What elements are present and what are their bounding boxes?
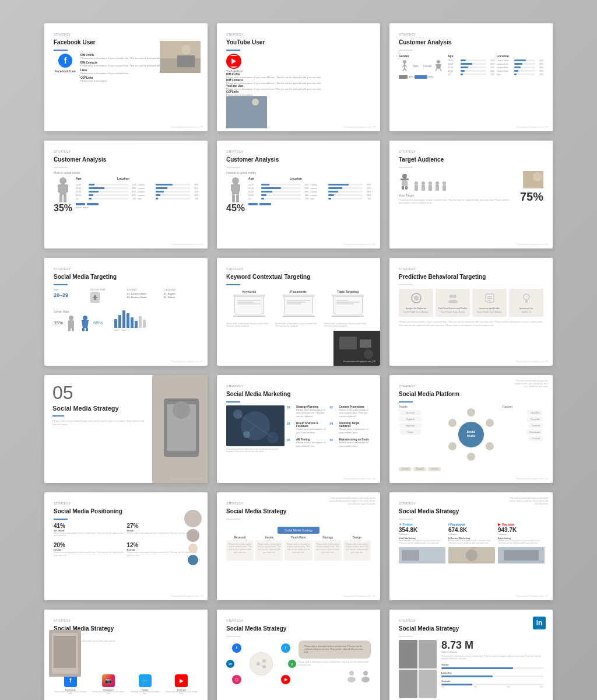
slide-title: Social Media Platform bbox=[399, 390, 543, 398]
big-stat-label: Data Collection bbox=[441, 650, 543, 653]
col-income: Income level bbox=[90, 288, 125, 291]
content-label: Content bbox=[503, 405, 543, 408]
twitter-label: ✦ Twitter bbox=[399, 523, 445, 526]
tag-bottom-3: Content bbox=[428, 467, 441, 471]
marketing-intro: Find out most beautiful things in the wo… bbox=[226, 448, 285, 454]
youtube-ring-icon bbox=[226, 54, 241, 69]
chapter-number: 05 bbox=[52, 383, 146, 402]
slide-number: PresentationTemplates.net | 08 bbox=[343, 360, 375, 363]
svg-rect-52 bbox=[72, 328, 74, 331]
topic-label: Topic Targeting bbox=[325, 290, 371, 293]
female-figure bbox=[434, 60, 443, 71]
svg-rect-58 bbox=[339, 337, 357, 349]
svg-rect-56 bbox=[86, 328, 88, 331]
svg-point-6 bbox=[252, 99, 259, 106]
facebook-label: Facebook User bbox=[55, 69, 76, 73]
female-percentage: 45% bbox=[226, 203, 245, 214]
svg-point-88 bbox=[467, 408, 475, 416]
svg-rect-101 bbox=[402, 550, 419, 561]
target-description: Please write a description of your conte… bbox=[399, 198, 520, 205]
slide-title: Social Media Marketing bbox=[226, 390, 371, 398]
speech-bubble: Please write a description of your conte… bbox=[298, 640, 371, 659]
slide-subtitle-label: Male in social media bbox=[54, 171, 198, 174]
col-location: Location bbox=[497, 54, 543, 58]
pct-label-1: 0% bbox=[441, 686, 444, 688]
flow-intro: Find out most beautiful things in this w… bbox=[329, 497, 375, 506]
creative-icon bbox=[521, 292, 532, 304]
svg-rect-39 bbox=[429, 185, 432, 191]
slide-strategy-speech: STRATEGY Social Media Strategy f t bbox=[217, 610, 380, 700]
svg-line-12 bbox=[405, 68, 406, 71]
orbit-g: g bbox=[288, 660, 296, 668]
platforms-intro: Find out most beautiful things in the wo… bbox=[507, 497, 548, 506]
slide-title: Social Media Strategy bbox=[226, 508, 371, 515]
central-social-icon bbox=[250, 652, 273, 676]
box-sub-4: Healthy Life bbox=[511, 311, 541, 313]
col-age: Age bbox=[76, 177, 115, 180]
main-target-label: Main Target bbox=[399, 194, 520, 197]
step-num-6: 06 bbox=[330, 438, 337, 447]
step-title-3: Result Analysis & Feedback bbox=[296, 422, 328, 428]
flow-col-5: Design bbox=[343, 536, 371, 539]
svg-point-109 bbox=[257, 662, 260, 666]
box-title-2: Find Your Visitors and Profile bbox=[438, 307, 468, 310]
svg-rect-37 bbox=[422, 185, 425, 191]
box-title-1: Analyze the Behavior bbox=[401, 307, 431, 310]
slide-number: PresentationTemplates.net | 11 bbox=[343, 477, 375, 480]
box-title-3: Inventory and Profile bbox=[475, 307, 504, 310]
slide-title: Target Audience bbox=[399, 156, 543, 163]
slide-strategy-platforms: Find out most beautiful things in the wo… bbox=[389, 492, 553, 600]
svg-line-15 bbox=[436, 69, 437, 71]
youtube-desc: Please write a description of your conte… bbox=[498, 540, 545, 545]
linkedin-badge: in bbox=[533, 617, 546, 629]
slide-subtitle: STRATEGY bbox=[399, 619, 543, 622]
twitter-followers-label: Followers bbox=[399, 533, 445, 536]
location-values: 01. Location Name02. Location Name bbox=[127, 292, 161, 300]
tag-broadcast: Broadcast bbox=[526, 429, 543, 435]
placements-label: Placements bbox=[276, 290, 322, 293]
step-num-1: 01 bbox=[287, 405, 294, 418]
strategy-button[interactable]: Social Media Strategy bbox=[278, 527, 320, 534]
svg-text:Social: Social bbox=[467, 430, 476, 433]
svg-rect-59 bbox=[360, 340, 371, 348]
visitors-icon bbox=[447, 292, 459, 304]
box-sub-2: Survey Results Survey Analysis bbox=[438, 311, 468, 313]
chapter-desc: Please note most beautiful things in the… bbox=[52, 419, 146, 426]
step-desc-2: Please write a description of your conte… bbox=[339, 408, 371, 418]
speech-sub: Please write a description of your conte… bbox=[298, 661, 371, 667]
ig-platform-icon: 📷 bbox=[102, 674, 115, 687]
facebook-followers: 674.8K bbox=[448, 527, 495, 533]
slide-number: PresentationTemplates.net | 14 bbox=[343, 594, 375, 597]
svg-rect-72 bbox=[525, 300, 528, 303]
tag-bottom-2: Expand bbox=[413, 467, 426, 471]
slide-title: Social Media Strategy bbox=[399, 625, 543, 632]
slide-predictive-targeting: STRATEGY Predictive Behavioral Targeting… bbox=[389, 258, 553, 366]
tag-visitor: Visitor bbox=[399, 429, 422, 435]
male-percentage: 35% bbox=[54, 203, 72, 214]
tag-headline: Headline bbox=[527, 410, 543, 415]
chart-label-2: ●Note bbox=[122, 329, 127, 331]
svg-line-113 bbox=[260, 664, 262, 666]
inventory-icon bbox=[484, 292, 496, 304]
slide-subtitle: STRATEGY bbox=[226, 33, 371, 36]
svg-rect-22 bbox=[64, 194, 66, 202]
slide-title: Keyword Contextual Targeting bbox=[226, 273, 371, 281]
svg-point-2 bbox=[181, 45, 191, 54]
slide-customer-analysis-female: STRATEGY Customer Analysis Female in soc… bbox=[217, 141, 380, 249]
slide-subtitle: STRATEGY bbox=[399, 33, 543, 36]
slide-number: PresentationTemplates.net | 09 bbox=[516, 360, 548, 363]
step-num-2: 02 bbox=[330, 405, 337, 418]
step-title-4: Scanning Target Audience bbox=[339, 422, 371, 428]
tag-sponsor: Sponsor bbox=[399, 410, 422, 415]
stat-value-4: Please write a description. bbox=[80, 79, 198, 82]
slide-title: Customer Analysis bbox=[54, 156, 198, 163]
linkedin-photos bbox=[399, 640, 437, 698]
facebook-label-2: f Facebook bbox=[448, 523, 495, 526]
orbit-li: in bbox=[226, 660, 234, 668]
slide-title: Predictive Behavioral Targeting bbox=[399, 273, 543, 281]
svg-rect-21 bbox=[59, 194, 62, 202]
yt-platform-desc: Please write a description of your conte… bbox=[165, 691, 198, 696]
svg-point-92 bbox=[448, 442, 456, 450]
svg-point-115 bbox=[347, 677, 356, 682]
flow-col-4: Strategy bbox=[314, 536, 342, 539]
